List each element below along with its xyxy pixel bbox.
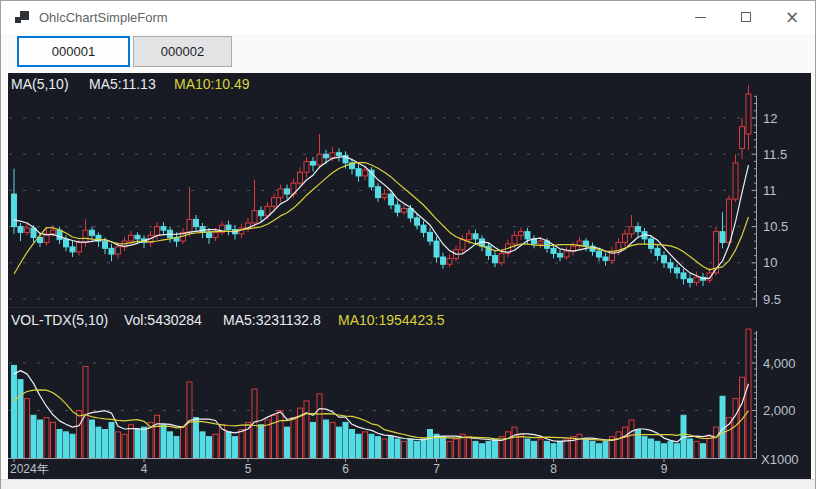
toolbar: 000001 000002 bbox=[1, 34, 815, 73]
svg-text:6: 6 bbox=[342, 462, 349, 476]
vol-ma5-value: MA5:3231132.8 bbox=[223, 312, 321, 328]
svg-text:X1000: X1000 bbox=[761, 452, 799, 467]
app-window: OhlcChartSimpleForm × 000001 000002 9.51… bbox=[0, 0, 816, 489]
vol-value: Vol:5430284 bbox=[124, 312, 202, 328]
svg-text:10.5: 10.5 bbox=[763, 219, 788, 234]
maximize-icon bbox=[741, 12, 751, 22]
stock-button-000001[interactable]: 000001 bbox=[17, 36, 130, 67]
svg-text:8: 8 bbox=[550, 462, 557, 476]
svg-text:10: 10 bbox=[763, 255, 777, 270]
close-button[interactable]: × bbox=[769, 1, 815, 33]
app-icon-square-large bbox=[20, 11, 29, 20]
close-icon: × bbox=[785, 9, 799, 26]
svg-text:2024年: 2024年 bbox=[10, 462, 49, 476]
vol-ma10-value: MA10:1954423.5 bbox=[338, 312, 445, 328]
svg-text:5: 5 bbox=[245, 462, 252, 476]
ohlc-chart[interactable]: 9.51010.51111.5122,0004,000X10002024年456… bbox=[8, 73, 811, 479]
chart-canvas: 9.51010.51111.5122,0004,000X10002024年456… bbox=[8, 73, 811, 479]
minimize-icon bbox=[695, 17, 706, 18]
title-bar: OhlcChartSimpleForm × bbox=[1, 1, 815, 34]
svg-text:7: 7 bbox=[433, 462, 440, 476]
svg-text:4,000: 4,000 bbox=[763, 356, 796, 371]
svg-text:11: 11 bbox=[763, 183, 777, 198]
price-ma5-value: MA5:11.13 bbox=[89, 76, 156, 92]
vol-indicator-label: VOL-TDX(5,10) bbox=[11, 312, 108, 328]
window-bottom-edge bbox=[1, 479, 815, 489]
svg-text:9.5: 9.5 bbox=[763, 292, 781, 307]
app-icon-square-small bbox=[15, 17, 21, 23]
svg-text:2,000: 2,000 bbox=[763, 403, 796, 418]
app-icon bbox=[15, 10, 30, 25]
svg-text:9: 9 bbox=[661, 462, 668, 476]
svg-text:11.5: 11.5 bbox=[763, 147, 787, 162]
svg-text:4: 4 bbox=[141, 462, 148, 476]
window-controls: × bbox=[677, 1, 815, 33]
price-ma10-value: MA10:10.49 bbox=[174, 76, 250, 92]
window-title: OhlcChartSimpleForm bbox=[39, 10, 168, 25]
minimize-button[interactable] bbox=[677, 1, 723, 33]
stock-button-000002[interactable]: 000002 bbox=[133, 36, 232, 67]
svg-text:12: 12 bbox=[763, 111, 777, 126]
price-indicator-label: MA(5,10) bbox=[11, 76, 69, 92]
maximize-button[interactable] bbox=[723, 1, 769, 33]
